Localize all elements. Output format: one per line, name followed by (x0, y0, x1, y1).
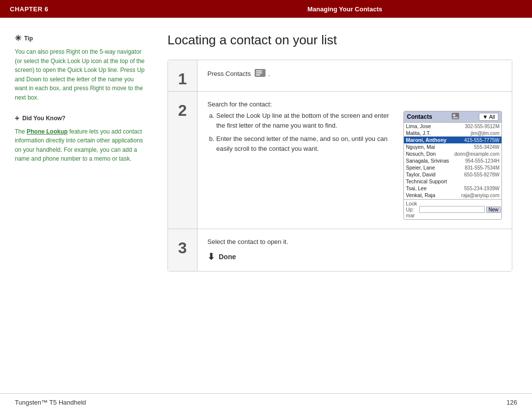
contacts-list-row: Nosuch, Dondonn@example.com (404, 150, 501, 157)
contacts-lookup-row: Look Up: mar New ⇕ (404, 199, 501, 219)
contacts-lookup-input[interactable] (419, 206, 485, 213)
did-you-know-label: Did You Know? (22, 114, 66, 123)
contacts-dropdown-label: ▼ All (482, 114, 495, 120)
contact-name: Sanagala, Srivinas (404, 157, 452, 164)
contacts-list-row: Sanagala, Srivinas954-555-1234H (404, 157, 501, 164)
contact-name: Taylor, David (404, 171, 452, 178)
did-you-know-header: + Did You Know? (15, 112, 148, 124)
tip-text: You can also press Right on the 5-way na… (15, 47, 148, 103)
contact-phone: 415-555-7775W (452, 137, 501, 143)
contacts-list-row: Technical Support (404, 178, 501, 185)
contacts-widget-header: Contacts ▼ All (404, 111, 501, 123)
contact-phone: donn@example.com (452, 150, 501, 157)
contact-phone: 555-234-1939W (452, 185, 501, 192)
phone-lookup-link[interactable]: Phone Lookup (27, 128, 67, 135)
contact-name: Venkat, Raja (404, 192, 452, 199)
contacts-list-row: Maroni, Anthony415-555-7775W (404, 137, 501, 143)
contacts-list-table: Lima, Jose302-555-9512MMalita, J.T.jtm@j… (404, 123, 501, 199)
contacts-widget-icon (452, 113, 460, 121)
contacts-dropdown[interactable]: ▼ All (479, 113, 499, 121)
step-3: 3 Select the contact to open it. ⬇ Done (168, 229, 512, 271)
contacts-list-row: Venkat, Rajaraja@anyisp.com (404, 192, 501, 199)
svg-point-5 (453, 114, 455, 117)
did-you-know-section: + Did You Know? The Phone Lookup feature… (15, 112, 148, 164)
chapter-title: Managing Your Contacts (167, 5, 522, 13)
step-2a: Select the Look Up line at the bottom of… (216, 111, 396, 130)
step-1: 1 Press Contacts . (168, 60, 512, 92)
footer: Tungsten™ T5 Handheld 126 (0, 393, 532, 411)
tip-section: ✳ Tip You can also press Right on the 5-… (15, 33, 148, 103)
done-label: Done (219, 253, 236, 261)
footer-brand: Tungsten™ T5 Handheld (15, 399, 86, 406)
contact-name: Malita, J.T. (404, 130, 452, 137)
contact-name: Technical Support (404, 178, 452, 185)
tip-label: Tip (24, 34, 33, 43)
svg-rect-4 (452, 113, 459, 119)
step-2-content: Search for the contact: Select the Look … (198, 92, 512, 229)
content-area: Locating a contact on your list 1 Press … (158, 33, 532, 393)
contact-name: Maroni, Anthony (404, 137, 452, 143)
contacts-widget-title: Contacts (407, 113, 432, 120)
contact-name: Nguyen, Mai (404, 143, 452, 150)
svg-rect-3 (256, 74, 260, 75)
contact-name: Nosuch, Don (404, 150, 452, 157)
period: . (268, 70, 270, 77)
did-you-know-plus-icon: + (15, 112, 19, 124)
step-3-text: Select the contact to open it. (207, 238, 502, 245)
contacts-list-row: Malita, J.T.jtm@jtm.com (404, 130, 501, 137)
svg-rect-6 (453, 117, 458, 118)
page-header: CHAPTER 6 Managing Your Contacts (0, 0, 532, 18)
step-2-search-label: Search for the contact: (207, 101, 502, 108)
contact-phone: raja@anyisp.com (452, 192, 501, 199)
step-3-number: 3 (168, 229, 198, 271)
main-content: ✳ Tip You can also press Right on the 5-… (0, 18, 532, 393)
step-1-text: Press Contacts . (207, 69, 502, 79)
steps-container: 1 Press Contacts . (167, 60, 512, 272)
contact-phone: 954-555-1234H (452, 157, 501, 164)
step-2-body: Select the Look Up line at the bottom of… (207, 111, 502, 220)
page-title: Locating a contact on your list (167, 33, 512, 48)
contacts-new-button[interactable]: New (486, 206, 501, 213)
sidebar: ✳ Tip You can also press Right on the 5-… (0, 33, 158, 393)
contact-name: Lima, Jose (404, 123, 452, 130)
footer-brand-text: Tungsten™ T5 Handheld (15, 399, 86, 406)
tip-header: ✳ Tip (15, 33, 148, 44)
step-1-content: Press Contacts . (198, 60, 512, 91)
chapter-label: CHAPTER 6 (10, 5, 167, 13)
step-1-number: 1 (168, 60, 198, 91)
contacts-list-row: Nguyen, Mai555-3424W (404, 143, 501, 150)
contact-phone: 302-555-9512M (452, 123, 501, 130)
svg-rect-2 (256, 72, 262, 73)
contacts-lookup-label: Look Up: mar (406, 201, 417, 218)
step-2: 2 Search for the contact: Select the Loo… (168, 92, 512, 229)
contact-phone (452, 178, 501, 185)
contacts-list-icon (255, 69, 266, 79)
contacts-widget: Contacts ▼ All (403, 111, 502, 220)
step-3-content: Select the contact to open it. ⬇ Done (198, 229, 512, 271)
step-2-instructions: Select the Look Up line at the bottom of… (207, 111, 396, 220)
contact-name: Tsai, Lee (404, 185, 452, 192)
contact-phone: 650-555-9278W (452, 171, 501, 178)
contact-phone: jtm@jtm.com (452, 130, 501, 137)
done-icon: ⬇ (207, 251, 215, 262)
contact-phone: 831-555-7534M (452, 164, 501, 171)
contacts-list-row: Lima, Jose302-555-9512M (404, 123, 501, 130)
step-2b: Enter the second letter of the name, and… (216, 134, 396, 153)
contact-name: Speier, Lane (404, 164, 452, 171)
footer-page-number: 126 (506, 399, 517, 406)
contacts-list-row: Speier, Lane831-555-7534M (404, 164, 501, 171)
did-you-know-pre: The (15, 128, 27, 135)
svg-rect-1 (256, 70, 262, 71)
contacts-list-row: Taylor, David650-555-9278W (404, 171, 501, 178)
step-2-number: 2 (168, 92, 198, 229)
tip-star-icon: ✳ (15, 33, 21, 44)
did-you-know-text: The Phone Lookup feature lets you add co… (15, 127, 148, 164)
done-row: ⬇ Done (207, 251, 502, 262)
contacts-list-row: Tsai, Lee555-234-1939W (404, 185, 501, 192)
contact-phone: 555-3424W (452, 143, 501, 150)
